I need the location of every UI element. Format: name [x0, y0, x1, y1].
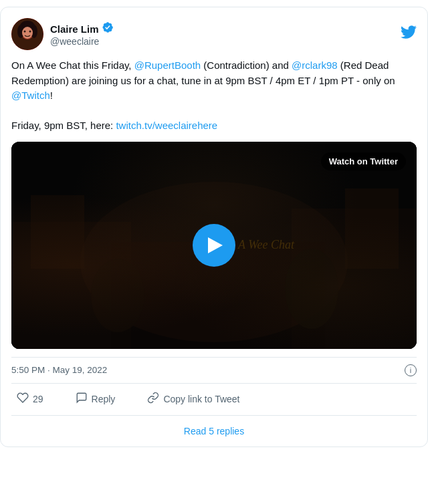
- reply-button[interactable]: Reply: [70, 389, 121, 410]
- copy-link-button[interactable]: Copy link to Tweet: [142, 389, 245, 410]
- svg-text:A Wee Chat: A Wee Chat: [237, 238, 295, 251]
- copy-link-label: Copy link to Tweet: [163, 394, 239, 404]
- tweet-text-line2: Friday, 9pm BST, here: twitch.tv/weeclai…: [11, 118, 417, 134]
- tweet-header: Claire Lim @weeclaire: [11, 18, 417, 50]
- twitch-link[interactable]: twitch.tv/weeclairehere: [116, 120, 217, 131]
- username: @weeclaire: [50, 36, 114, 47]
- svg-point-6: [22, 27, 33, 39]
- tweet-actions: 29 Reply Copy link to Tweet: [11, 383, 417, 415]
- heart-icon: [17, 392, 29, 407]
- video-container[interactable]: A Wee Chat Watch on Twitter: [11, 142, 417, 349]
- link-icon: [147, 392, 159, 407]
- svg-point-7: [24, 31, 26, 33]
- mention-rupertbooth[interactable]: @RupertBooth: [134, 59, 201, 71]
- avatar[interactable]: [11, 18, 43, 50]
- tweet-text-line1: On A Wee Chat this Friday, @RupertBooth …: [11, 58, 417, 104]
- mention-twitch[interactable]: @Twitch: [11, 90, 50, 101]
- timestamp-text: 5:50 PM · May 19, 2022: [11, 365, 107, 375]
- tweet-content: On A Wee Chat this Friday, @RupertBooth …: [11, 58, 417, 134]
- svg-rect-17: [31, 195, 84, 269]
- twitter-bird-icon: [401, 24, 417, 44]
- read-replies-text: Read 5 replies: [184, 426, 244, 436]
- play-button[interactable]: [193, 224, 235, 267]
- svg-point-15: [91, 259, 144, 332]
- reply-label: Reply: [92, 394, 116, 404]
- watch-on-twitter-button[interactable]: Watch on Twitter: [321, 152, 406, 170]
- verified-icon: [102, 21, 114, 36]
- svg-point-8: [29, 31, 31, 33]
- tweet-timestamp-row: 5:50 PM · May 19, 2022 i: [11, 357, 417, 383]
- svg-rect-18: [345, 188, 399, 269]
- display-name: Claire Lim: [50, 21, 114, 36]
- user-info: Claire Lim @weeclaire: [50, 21, 114, 47]
- info-icon[interactable]: i: [405, 364, 417, 376]
- tweet-card: Claire Lim @weeclaire On A Wee Chat this…: [0, 7, 428, 447]
- name-text: Claire Lim: [50, 23, 99, 35]
- reply-icon: [76, 392, 88, 407]
- header-left: Claire Lim @weeclaire: [11, 18, 114, 50]
- read-replies-button[interactable]: Read 5 replies: [11, 415, 417, 447]
- friday-text: Friday, 9pm BST, here:: [11, 120, 116, 131]
- play-triangle-icon: [208, 237, 223, 253]
- svg-point-16: [285, 249, 338, 329]
- like-button[interactable]: 29: [11, 389, 49, 410]
- like-count: 29: [33, 394, 43, 404]
- svg-rect-11: [292, 209, 417, 349]
- svg-rect-10: [11, 222, 131, 349]
- mention-rclark98[interactable]: @rclark98: [292, 59, 338, 71]
